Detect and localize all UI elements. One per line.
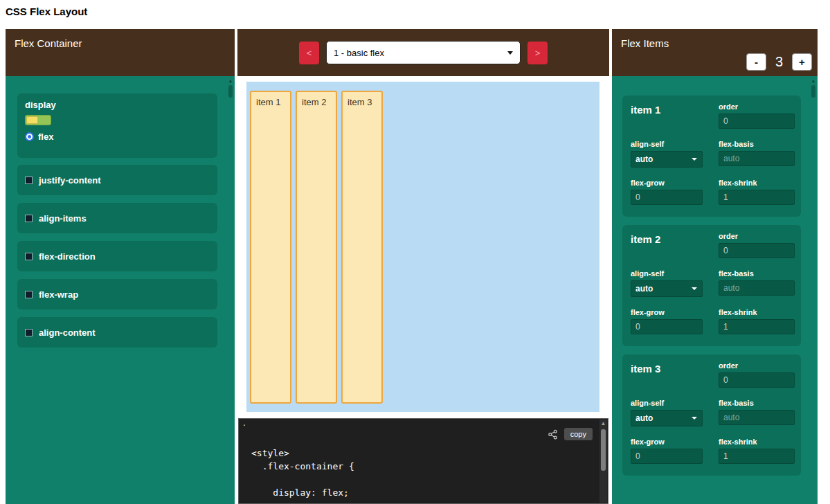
align-self-select[interactable]: auto — [631, 152, 702, 167]
flex-shrink-label: flex-shrink — [719, 179, 795, 187]
right-panel-scrollbar[interactable]: ▲ — [810, 78, 817, 503]
align-self-select[interactable]: auto — [631, 411, 702, 426]
property-card-justify-content[interactable]: justify-content — [17, 165, 217, 195]
align-self-select-wrap: auto — [631, 151, 703, 168]
flex-container-panel: Flex Container display flex justify-cont… — [6, 29, 235, 504]
item-card-2: item 2 order align-self auto — [622, 225, 801, 346]
scroll-thumb[interactable] — [228, 85, 233, 98]
justify-content-label: justify-content — [39, 175, 101, 186]
example-select-wrap: 1 - basic flex — [326, 41, 521, 64]
flex-basis-input[interactable] — [719, 151, 795, 166]
copy-button[interactable]: copy — [564, 428, 593, 440]
flex-items-header: Flex Items - 3 + — [612, 29, 818, 76]
item-card-1: item 1 order align-self auto — [622, 96, 801, 217]
display-toggle[interactable] — [25, 115, 51, 125]
flex-basis-label: flex-basis — [719, 140, 795, 148]
code-bullet: . — [243, 417, 246, 428]
flex-item-label: item 1 — [256, 97, 280, 107]
property-card-align-items[interactable]: align-items — [17, 203, 217, 233]
remove-item-button[interactable]: - — [746, 53, 766, 71]
flex-item-3: item 3 — [341, 91, 383, 404]
scroll-up-icon[interactable]: ▲ — [599, 420, 607, 428]
order-label: order — [719, 102, 795, 111]
order-label: order — [719, 232, 795, 240]
flex-grow-label: flex-grow — [631, 179, 719, 187]
item-count: 3 — [775, 54, 783, 70]
align-self-select[interactable]: auto — [631, 281, 702, 296]
flex-container-body: display flex justify-content align-items — [6, 76, 235, 504]
order-label: order — [719, 361, 795, 370]
flex-basis-input[interactable] — [719, 410, 795, 425]
code-content: <style> .flex-container { display: flex; — [251, 447, 354, 499]
flex-item-label: item 2 — [302, 97, 326, 107]
flex-container-preview: item 1 item 2 item 3 — [246, 82, 599, 412]
code-line — [251, 473, 354, 486]
left-panel-scrollbar[interactable]: ▲ — [227, 78, 234, 503]
justify-content-checkbox[interactable] — [25, 177, 33, 184]
property-card-flex-wrap[interactable]: flex-wrap — [17, 279, 217, 309]
flex-container-title: Flex Container — [15, 37, 82, 49]
flex-container-header: Flex Container — [6, 29, 235, 76]
code-scrollbar[interactable]: ▲ — [599, 420, 607, 503]
share-icon[interactable] — [548, 429, 558, 440]
flex-shrink-input[interactable] — [719, 190, 795, 205]
flex-direction-checkbox[interactable] — [25, 253, 33, 260]
align-content-label: align-content — [39, 327, 96, 338]
align-self-label: align-self — [631, 399, 719, 407]
align-self-label: align-self — [631, 269, 719, 278]
order-input[interactable] — [719, 372, 795, 388]
flex-shrink-label: flex-shrink — [719, 438, 795, 446]
property-card-flex-direction[interactable]: flex-direction — [17, 241, 217, 271]
flex-grow-label: flex-grow — [631, 438, 719, 446]
flex-grow-input[interactable] — [631, 449, 703, 464]
page-title: CSS Flex Layout — [6, 6, 87, 17]
next-example-button[interactable]: > — [527, 42, 548, 64]
flex-wrap-checkbox[interactable] — [25, 291, 33, 298]
flex-items-title: Flex Items — [621, 37, 669, 49]
flex-grow-input[interactable] — [631, 190, 703, 205]
scroll-up-icon[interactable]: ▲ — [810, 78, 817, 84]
flex-item-label: item 3 — [348, 97, 372, 107]
flex-shrink-input[interactable] — [719, 319, 795, 334]
flex-items-panel: Flex Items - 3 + item 1 order — [612, 29, 818, 504]
code-line: .flex-container { — [251, 460, 354, 473]
flex-basis-input[interactable] — [719, 280, 795, 296]
item-card-title: item 1 — [631, 102, 719, 116]
item-card-title: item 3 — [631, 361, 719, 375]
code-line: display: flex; — [251, 486, 354, 499]
code-line: <style> — [251, 447, 354, 460]
add-item-button[interactable]: + — [792, 53, 812, 71]
example-select[interactable]: 1 - basic flex — [327, 42, 520, 64]
align-items-checkbox[interactable] — [25, 215, 33, 222]
flex-shrink-label: flex-shrink — [719, 308, 795, 316]
example-nav-header: < 1 - basic flex > — [237, 29, 609, 76]
flex-basis-label: flex-basis — [719, 269, 795, 278]
display-label: display — [25, 100, 210, 110]
flex-shrink-input[interactable] — [719, 449, 795, 464]
flex-item-1: item 1 — [250, 91, 291, 404]
order-input[interactable] — [719, 243, 795, 258]
flex-item-2: item 2 — [296, 91, 337, 404]
flex-items-body: item 1 order align-self auto — [612, 76, 818, 504]
flex-radio-row[interactable]: flex — [25, 132, 210, 142]
code-toolbar: copy — [548, 428, 593, 440]
order-input[interactable] — [719, 114, 795, 129]
code-scroll-thumb[interactable] — [601, 429, 606, 471]
toggle-knob-icon — [26, 116, 38, 124]
align-self-label: align-self — [631, 140, 719, 148]
flex-basis-label: flex-basis — [719, 399, 795, 407]
display-card: display flex — [17, 93, 217, 158]
item-card-title: item 2 — [631, 232, 719, 245]
scroll-thumb[interactable] — [811, 85, 815, 98]
radio-dot-icon — [28, 135, 31, 138]
prev-example-button[interactable]: < — [299, 42, 319, 64]
property-card-align-content[interactable]: align-content — [17, 317, 217, 348]
align-content-checkbox[interactable] — [25, 329, 33, 336]
scroll-up-icon[interactable]: ▲ — [227, 78, 234, 84]
flex-direction-label: flex-direction — [39, 251, 96, 262]
code-block: . copy <style> .flex-container { display… — [238, 418, 608, 504]
flex-grow-input[interactable] — [631, 319, 703, 334]
flex-radio[interactable] — [25, 132, 34, 141]
flex-grow-label: flex-grow — [631, 308, 719, 316]
align-items-label: align-items — [39, 213, 87, 224]
